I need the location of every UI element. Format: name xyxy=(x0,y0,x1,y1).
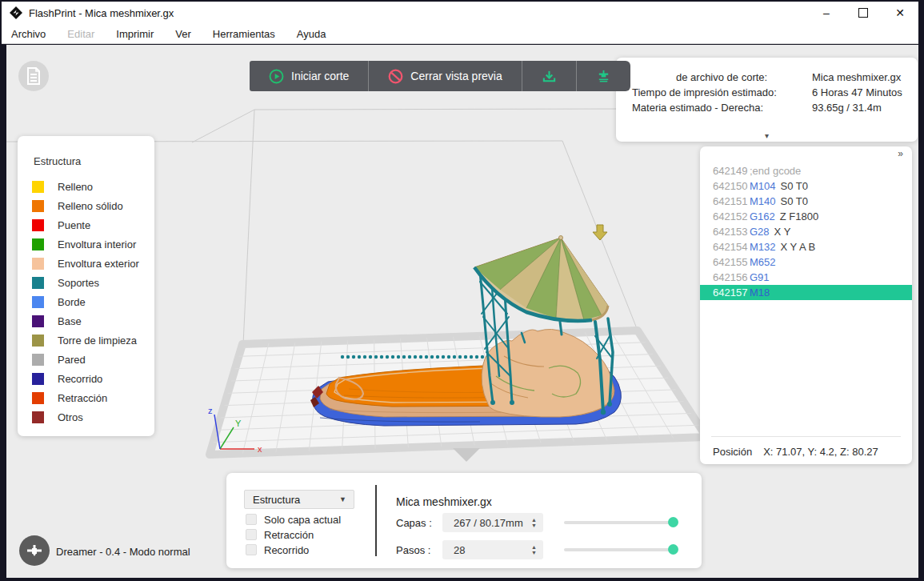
color-swatch xyxy=(32,181,44,193)
flashprint-logo-icon xyxy=(10,6,22,19)
checkbox-recorrido[interactable]: Recorrido xyxy=(246,543,309,556)
structure-dropdown[interactable]: Estructura ▼ xyxy=(244,490,354,509)
collapse-arrow-icon[interactable]: ▾ xyxy=(765,132,769,140)
gcode-line[interactable]: 642149;end gcode xyxy=(700,163,912,178)
legend-item: Borde xyxy=(18,292,154,311)
color-swatch xyxy=(32,373,44,385)
legend-item: Envoltura interior xyxy=(18,234,154,254)
slider-thumb[interactable] xyxy=(668,517,678,527)
pasos-spinner[interactable]: 28 ▲▼ xyxy=(442,540,543,559)
color-swatch xyxy=(32,411,44,423)
color-swatch xyxy=(32,392,44,404)
legend-item: Retracción xyxy=(18,388,154,407)
menu-herramientas[interactable]: Herramientas xyxy=(213,28,275,40)
pasos-slider[interactable] xyxy=(564,548,676,551)
checkbox-retraccion[interactable]: Retracción xyxy=(246,528,314,541)
structure-legend-panel: Estructura Relleno Relleno sólido Puente… xyxy=(18,136,154,436)
close-preview-button[interactable]: Cerrar vista previa xyxy=(368,61,521,91)
color-swatch xyxy=(32,219,44,231)
start-slice-button[interactable]: Iniciar corte xyxy=(250,61,368,91)
capas-spinner[interactable]: 267 / 80.17mm ▲▼ xyxy=(442,513,543,532)
divider xyxy=(711,436,901,437)
svg-text:x: x xyxy=(258,444,262,454)
drop-indicator-arrow xyxy=(593,225,607,240)
gcode-line-selected[interactable]: 642157M18 xyxy=(700,285,912,300)
menu-ver[interactable]: Ver xyxy=(175,28,191,40)
gcode-line[interactable]: 642156G91 xyxy=(700,270,912,285)
gcode-line[interactable]: 642155M652 xyxy=(700,254,912,270)
svg-text:Y: Y xyxy=(235,419,242,428)
color-swatch xyxy=(32,315,44,327)
checkbox-icon[interactable] xyxy=(246,514,257,525)
color-swatch xyxy=(32,277,44,289)
plate-front-notch xyxy=(453,448,480,462)
title-bar: FlashPrint - Mica meshmixer.gx – ✕ xyxy=(2,2,918,24)
color-swatch xyxy=(32,258,44,270)
maximize-button[interactable] xyxy=(845,2,882,24)
color-swatch xyxy=(32,238,44,250)
color-swatch xyxy=(32,200,44,212)
info-row-time: Tiempo de impresión estimado: 6 Horas 47… xyxy=(632,86,918,102)
minimize-button[interactable]: – xyxy=(808,2,845,24)
gcode-line[interactable]: 642154M132X Y A B xyxy=(700,239,912,254)
info-row-file: de archivo de corte: Mica meshmixer.gx xyxy=(632,71,918,86)
download-icon xyxy=(542,69,557,84)
checkbox-icon[interactable] xyxy=(246,544,257,555)
legend-item: Relleno xyxy=(18,177,154,196)
color-swatch xyxy=(32,296,44,308)
document-icon[interactable] xyxy=(18,61,49,91)
legend-item: Base xyxy=(18,311,154,331)
legend-item: Relleno sólido xyxy=(18,196,154,215)
gcode-panel: » 642149;end gcode 642150M104S0 T0 64215… xyxy=(700,146,912,464)
pasos-label: Pasos : xyxy=(396,544,430,556)
model-preview xyxy=(310,225,621,426)
color-swatch xyxy=(32,335,44,347)
block-icon xyxy=(388,69,403,84)
checkbox-solo-capa[interactable]: Solo capa actual xyxy=(246,513,341,526)
legend-item: Puente xyxy=(18,215,154,234)
slider-thumb[interactable] xyxy=(668,544,678,555)
legend-item: Recorrido xyxy=(18,369,154,388)
printer-status-icon[interactable] xyxy=(19,535,50,566)
capas-label: Capas : xyxy=(396,517,432,529)
divider xyxy=(375,485,377,556)
print-info-panel: de archivo de corte: Mica meshmixer.gx T… xyxy=(616,58,918,142)
gcode-line[interactable]: 642152G162Z F1800 xyxy=(700,209,912,224)
save-gcode-button[interactable] xyxy=(522,61,576,91)
info-row-material: Materia estimado - Derecha: 93.65g / 31.… xyxy=(632,102,918,117)
svg-text:z: z xyxy=(208,406,213,415)
send-to-printer-button[interactable] xyxy=(576,61,630,91)
spinner-arrows-icon[interactable]: ▲▼ xyxy=(531,544,543,555)
legend-item: Envoltura exterior xyxy=(18,254,154,273)
capas-slider[interactable] xyxy=(564,521,676,524)
gcode-line[interactable]: 642151M140S0 T0 xyxy=(700,194,912,209)
legend-item: Soportes xyxy=(18,273,154,292)
printer-icon xyxy=(596,69,611,84)
expand-panel-icon[interactable]: » xyxy=(898,148,902,159)
gcode-line[interactable]: 642150M104S0 T0 xyxy=(700,178,912,194)
legend-item: Otros xyxy=(18,407,154,427)
preview-toolbar: Iniciar corte Cerrar vista previa xyxy=(250,61,630,91)
menu-imprimir[interactable]: Imprimir xyxy=(116,28,154,40)
legend-title: Estructura xyxy=(18,136,154,177)
close-button[interactable]: ✕ xyxy=(882,2,918,24)
play-icon xyxy=(269,69,284,84)
legend-item: Torre de limpieza xyxy=(18,331,154,350)
legend-item: Pared xyxy=(18,350,154,369)
checkbox-icon[interactable] xyxy=(246,529,257,540)
menu-bar: Archivo Editar Imprimir Ver Herramientas… xyxy=(2,24,918,44)
printer-status-text: Dreamer - 0.4 - Modo normal xyxy=(56,546,190,558)
window-title: FlashPrint - Mica meshmixer.gx xyxy=(29,7,174,19)
chevron-down-icon: ▼ xyxy=(339,495,354,503)
position-readout: PosiciónX: 71.07, Y: 4.2, Z: 80.27 xyxy=(713,446,878,458)
color-swatch xyxy=(32,354,44,366)
spinner-arrows-icon[interactable]: ▲▼ xyxy=(531,517,543,528)
gcode-line[interactable]: 642153G28X Y xyxy=(700,224,912,239)
layer-control-panel: Estructura ▼ Solo capa actual Retracción… xyxy=(226,473,702,568)
menu-archivo[interactable]: Archivo xyxy=(11,28,46,40)
menu-editar: Editar xyxy=(67,28,94,40)
printer-glyph-icon xyxy=(26,542,43,559)
file-name: Mica meshmixer.gx xyxy=(396,495,492,508)
menu-ayuda[interactable]: Ayuda xyxy=(297,28,326,40)
